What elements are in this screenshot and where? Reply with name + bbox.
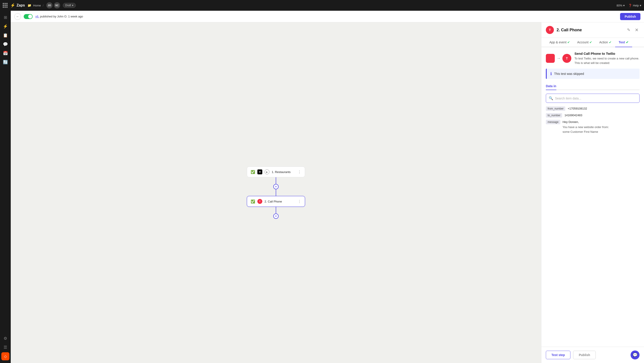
sub-header: ← v6. published by John O. 1 week ago Pu… xyxy=(11,11,322,22)
sidebar-history[interactable]: 🔄 xyxy=(1,58,10,66)
wix-app-icon: W xyxy=(258,169,262,174)
draft-dropdown[interactable]: Draft ▾ xyxy=(63,3,76,8)
play-icon-wix: ▶ xyxy=(264,169,270,174)
canvas-area: ✅ W ▶ 1. Restaurants ⋮ + ✅ T 2. Call Pho… xyxy=(11,22,322,181)
grid-icon[interactable] xyxy=(3,3,8,8)
draft-chevron-icon: ▾ xyxy=(72,4,73,7)
user-avatars: JO SC xyxy=(46,2,60,8)
flow-node-wix[interactable]: ✅ W ▶ 1. Restaurants ⋮ xyxy=(247,167,305,177)
flow-container: ✅ W ▶ 1. Restaurants ⋮ + ✅ T 2. Call Pho… xyxy=(247,167,305,181)
version-info: v6. published by John O. 1 week ago xyxy=(35,15,322,18)
sidebar-canvas[interactable]: 📅 xyxy=(1,49,10,57)
sidebar-home[interactable]: ⊞ xyxy=(1,13,10,21)
app-name: Zaps xyxy=(16,3,25,7)
folder-icon: 📁 xyxy=(28,3,31,7)
version-link[interactable]: v6. xyxy=(35,15,39,18)
breadcrumb: 📁 Home / xyxy=(28,3,44,7)
back-button[interactable]: ← xyxy=(14,13,21,20)
toggle-switch[interactable] xyxy=(24,14,33,19)
sidebar-tables[interactable]: 📋 xyxy=(1,31,10,39)
draft-label: Draft xyxy=(65,4,71,7)
bolt-icon: ⚡ xyxy=(10,3,15,8)
left-sidebar: ⊞ ⚡ 📋 💬 📅 🔄 ⚙ ☰ ◇ xyxy=(0,11,11,181)
avatar-sc: SC xyxy=(54,2,60,8)
home-link[interactable]: Home xyxy=(33,4,41,7)
avatar-jo: JO xyxy=(46,2,52,8)
check-icon-wix: ✅ xyxy=(251,170,255,174)
top-nav: ⚡ Zaps 📁 Home / JO SC Draft ▾ 80% ▾ ❓ He… xyxy=(0,0,322,11)
node1-label: 1. Restaurants xyxy=(272,170,296,174)
app-logo[interactable]: ⚡ Zaps xyxy=(10,3,25,8)
toggle-thumb xyxy=(28,14,32,18)
node1-more-button[interactable]: ⋮ xyxy=(298,170,301,174)
sidebar-zaps[interactable]: ⚡ xyxy=(1,22,10,30)
sidebar-interfaces[interactable]: 💬 xyxy=(1,40,10,48)
connector-line-1 xyxy=(276,177,276,181)
